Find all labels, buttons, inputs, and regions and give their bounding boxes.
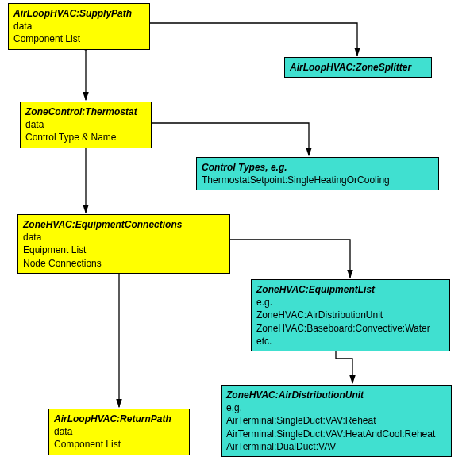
return-path-title: AirLoopHVAC:ReturnPath: [54, 413, 184, 425]
supply-path-title: AirLoopHVAC:SupplyPath: [13, 7, 144, 20]
air-dist-line1: e.g.: [226, 401, 446, 414]
box-return-path: AirLoopHVAC:ReturnPath data Component Li…: [48, 409, 190, 455]
return-path-line2: Component List: [54, 438, 184, 451]
equip-conn-title: ZoneHVAC:EquipmentConnections: [23, 218, 225, 231]
air-dist-line3: AirTerminal:SingleDuct:VAV:HeatAndCool:R…: [226, 428, 446, 440]
air-dist-title: ZoneHVAC:AirDistributionUnit: [226, 389, 446, 401]
return-path-line1: data: [54, 425, 184, 438]
control-types-line1: ThermostatSetpoint:SingleHeatingOrCoolin…: [202, 174, 433, 186]
box-equip-conn: ZoneHVAC:EquipmentConnections data Equip…: [17, 214, 230, 274]
box-equip-list: ZoneHVAC:EquipmentList e.g. ZoneHVAC:Air…: [251, 279, 450, 351]
equip-conn-line1: data: [23, 231, 225, 244]
zone-splitter-title: AirLoopHVAC:ZoneSplitter: [290, 61, 426, 74]
box-control-types: Control Types, e.g. ThermostatSetpoint:S…: [196, 157, 439, 190]
equip-list-line1: e.g.: [256, 296, 445, 309]
equip-list-line4: etc.: [256, 335, 445, 347]
thermostat-line2: Control Type & Name: [25, 131, 146, 144]
supply-path-line1: data: [13, 20, 144, 33]
box-thermostat: ZoneControl:Thermostat data Control Type…: [20, 102, 152, 148]
thermostat-line1: data: [25, 118, 146, 131]
supply-path-line2: Component List: [13, 33, 144, 45]
thermostat-title: ZoneControl:Thermostat: [25, 106, 146, 118]
equip-conn-line3: Node Connections: [23, 257, 225, 270]
box-zone-splitter: AirLoopHVAC:ZoneSplitter: [284, 57, 432, 78]
equip-list-title: ZoneHVAC:EquipmentList: [256, 283, 445, 296]
air-dist-line2: AirTerminal:SingleDuct:VAV:Reheat: [226, 414, 446, 427]
equip-list-line3: ZoneHVAC:Baseboard:Convective:Water: [256, 322, 445, 335]
equip-conn-line2: Equipment List: [23, 244, 225, 256]
box-air-dist: ZoneHVAC:AirDistributionUnit e.g. AirTer…: [221, 385, 452, 457]
control-types-title: Control Types, e.g.: [202, 161, 433, 174]
equip-list-line2: ZoneHVAC:AirDistributionUnit: [256, 309, 445, 321]
box-supply-path: AirLoopHVAC:SupplyPath data Component Li…: [8, 3, 150, 50]
air-dist-line4: AirTerminal:DualDuct:VAV: [226, 440, 446, 453]
